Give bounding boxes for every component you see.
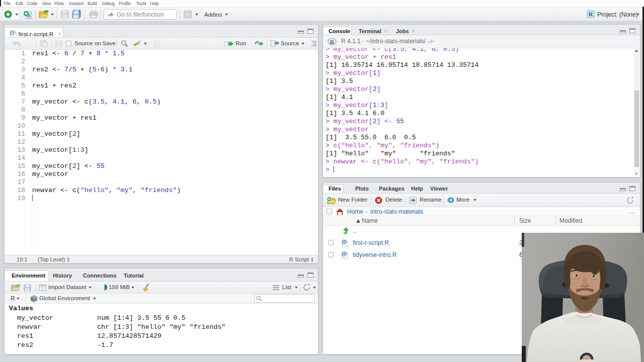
svg-text:R: R <box>330 39 335 46</box>
svg-text:R: R <box>589 11 593 17</box>
svg-text:R: R <box>11 31 14 36</box>
svg-text:R: R <box>343 240 346 245</box>
svg-text:R: R <box>343 252 346 257</box>
